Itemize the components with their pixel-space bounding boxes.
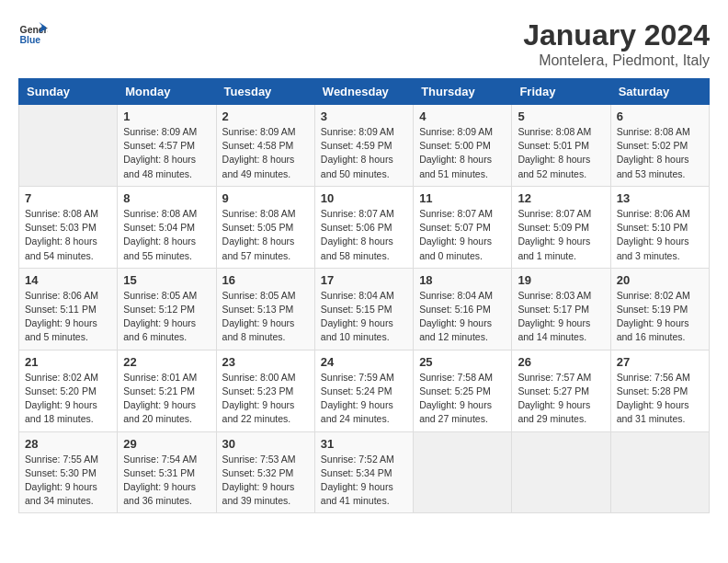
- title-section: January 2024 Montelera, Piedmont, Italy: [523, 18, 710, 69]
- day-detail: Sunrise: 8:04 AMSunset: 5:16 PMDaylight:…: [419, 289, 506, 345]
- calendar-day: 11Sunrise: 8:07 AMSunset: 5:07 PMDayligh…: [414, 186, 512, 268]
- day-number: 28: [25, 437, 111, 451]
- calendar-day: 5Sunrise: 8:08 AMSunset: 5:01 PMDaylight…: [512, 105, 610, 187]
- header-day-sunday: Sunday: [19, 79, 118, 105]
- logo: General Blue: [18, 18, 48, 48]
- header-day-wednesday: Wednesday: [314, 79, 413, 105]
- day-number: 25: [419, 355, 506, 369]
- calendar-day: 25Sunrise: 7:58 AMSunset: 5:25 PMDayligh…: [414, 350, 512, 431]
- day-number: 23: [222, 355, 309, 369]
- day-number: 2: [222, 109, 309, 123]
- header-day-tuesday: Tuesday: [216, 79, 314, 105]
- calendar-day: 29Sunrise: 7:54 AMSunset: 5:31 PMDayligh…: [118, 431, 216, 513]
- calendar-day: 31Sunrise: 7:52 AMSunset: 5:34 PMDayligh…: [314, 431, 413, 513]
- day-number: 5: [518, 109, 604, 123]
- day-detail: Sunrise: 8:08 AMSunset: 5:02 PMDaylight:…: [617, 125, 703, 181]
- calendar-day: 8Sunrise: 8:08 AMSunset: 5:04 PMDaylight…: [118, 186, 216, 268]
- calendar-day: 6Sunrise: 8:08 AMSunset: 5:02 PMDaylight…: [610, 105, 709, 187]
- day-detail: Sunrise: 8:05 AMSunset: 5:13 PMDaylight:…: [222, 289, 309, 345]
- calendar-day: 7Sunrise: 8:08 AMSunset: 5:03 PMDaylight…: [19, 186, 118, 268]
- calendar-day: 4Sunrise: 8:09 AMSunset: 5:00 PMDaylight…: [414, 105, 512, 187]
- day-number: 17: [321, 273, 407, 287]
- day-number: 1: [123, 109, 210, 123]
- calendar-day: 9Sunrise: 8:08 AMSunset: 5:05 PMDaylight…: [216, 186, 314, 268]
- day-number: 29: [123, 437, 210, 451]
- calendar-day: 2Sunrise: 8:09 AMSunset: 4:58 PMDaylight…: [216, 105, 314, 187]
- calendar-day: 27Sunrise: 7:56 AMSunset: 5:28 PMDayligh…: [610, 350, 709, 431]
- calendar-day: 15Sunrise: 8:05 AMSunset: 5:12 PMDayligh…: [118, 268, 216, 350]
- calendar-day: 13Sunrise: 8:06 AMSunset: 5:10 PMDayligh…: [610, 186, 709, 268]
- day-number: 9: [222, 191, 309, 205]
- page-header: General Blue January 2024 Montelera, Pie…: [18, 18, 710, 69]
- calendar-day: 17Sunrise: 8:04 AMSunset: 5:15 PMDayligh…: [314, 268, 413, 350]
- day-number: 16: [222, 273, 309, 287]
- day-detail: Sunrise: 7:56 AMSunset: 5:28 PMDaylight:…: [617, 371, 703, 427]
- calendar-day: 22Sunrise: 8:01 AMSunset: 5:21 PMDayligh…: [118, 350, 216, 431]
- day-detail: Sunrise: 8:07 AMSunset: 5:07 PMDaylight:…: [419, 207, 506, 263]
- day-detail: Sunrise: 7:53 AMSunset: 5:32 PMDaylight:…: [222, 453, 309, 509]
- calendar-day: 1Sunrise: 8:09 AMSunset: 4:57 PMDaylight…: [118, 105, 216, 187]
- calendar-week-3: 14Sunrise: 8:06 AMSunset: 5:11 PMDayligh…: [19, 268, 710, 350]
- day-number: 30: [222, 437, 309, 451]
- day-detail: Sunrise: 7:59 AMSunset: 5:24 PMDaylight:…: [321, 371, 407, 427]
- logo-icon: General Blue: [18, 18, 48, 48]
- day-number: 21: [25, 355, 111, 369]
- day-number: 11: [419, 191, 506, 205]
- calendar-day: [19, 105, 118, 187]
- day-number: 8: [123, 191, 210, 205]
- day-number: 15: [123, 273, 210, 287]
- day-number: 31: [321, 437, 407, 451]
- day-number: 26: [518, 355, 604, 369]
- calendar-title: January 2024: [523, 18, 710, 52]
- day-detail: Sunrise: 7:55 AMSunset: 5:30 PMDaylight:…: [25, 453, 111, 509]
- day-number: 12: [518, 191, 604, 205]
- day-detail: Sunrise: 8:08 AMSunset: 5:03 PMDaylight:…: [25, 207, 111, 263]
- day-detail: Sunrise: 7:52 AMSunset: 5:34 PMDaylight:…: [321, 453, 407, 509]
- day-number: 13: [617, 191, 703, 205]
- day-detail: Sunrise: 8:01 AMSunset: 5:21 PMDaylight:…: [123, 371, 210, 427]
- calendar-week-1: 1Sunrise: 8:09 AMSunset: 4:57 PMDaylight…: [19, 105, 710, 187]
- day-detail: Sunrise: 8:09 AMSunset: 4:59 PMDaylight:…: [321, 125, 407, 181]
- day-number: 18: [419, 273, 506, 287]
- day-number: 22: [123, 355, 210, 369]
- day-detail: Sunrise: 7:54 AMSunset: 5:31 PMDaylight:…: [123, 453, 210, 509]
- day-number: 20: [617, 273, 703, 287]
- calendar-day: 19Sunrise: 8:03 AMSunset: 5:17 PMDayligh…: [512, 268, 610, 350]
- day-detail: Sunrise: 8:03 AMSunset: 5:17 PMDaylight:…: [518, 289, 604, 345]
- day-detail: Sunrise: 8:07 AMSunset: 5:09 PMDaylight:…: [518, 207, 604, 263]
- day-number: 14: [25, 273, 111, 287]
- header-day-saturday: Saturday: [610, 79, 709, 105]
- day-detail: Sunrise: 8:09 AMSunset: 4:57 PMDaylight:…: [123, 125, 210, 181]
- calendar-day: 12Sunrise: 8:07 AMSunset: 5:09 PMDayligh…: [512, 186, 610, 268]
- day-number: 19: [518, 273, 604, 287]
- calendar-subtitle: Montelera, Piedmont, Italy: [523, 52, 710, 69]
- calendar-day: 26Sunrise: 7:57 AMSunset: 5:27 PMDayligh…: [512, 350, 610, 431]
- day-detail: Sunrise: 8:08 AMSunset: 5:05 PMDaylight:…: [222, 207, 309, 263]
- calendar-day: [512, 431, 610, 513]
- calendar-day: 18Sunrise: 8:04 AMSunset: 5:16 PMDayligh…: [414, 268, 512, 350]
- day-detail: Sunrise: 8:06 AMSunset: 5:10 PMDaylight:…: [617, 207, 703, 263]
- calendar-week-4: 21Sunrise: 8:02 AMSunset: 5:20 PMDayligh…: [19, 350, 710, 431]
- day-number: 4: [419, 109, 506, 123]
- day-number: 10: [321, 191, 407, 205]
- day-detail: Sunrise: 8:09 AMSunset: 4:58 PMDaylight:…: [222, 125, 309, 181]
- day-number: 3: [321, 109, 407, 123]
- day-number: 27: [617, 355, 703, 369]
- day-detail: Sunrise: 8:05 AMSunset: 5:12 PMDaylight:…: [123, 289, 210, 345]
- day-number: 6: [617, 109, 703, 123]
- day-detail: Sunrise: 8:04 AMSunset: 5:15 PMDaylight:…: [321, 289, 407, 345]
- day-detail: Sunrise: 8:07 AMSunset: 5:06 PMDaylight:…: [321, 207, 407, 263]
- header-day-thursday: Thursday: [414, 79, 512, 105]
- calendar-day: 21Sunrise: 8:02 AMSunset: 5:20 PMDayligh…: [19, 350, 118, 431]
- header-day-friday: Friday: [512, 79, 610, 105]
- calendar-day: 24Sunrise: 7:59 AMSunset: 5:24 PMDayligh…: [314, 350, 413, 431]
- calendar-day: 3Sunrise: 8:09 AMSunset: 4:59 PMDaylight…: [314, 105, 413, 187]
- day-detail: Sunrise: 8:08 AMSunset: 5:01 PMDaylight:…: [518, 125, 604, 181]
- day-detail: Sunrise: 8:08 AMSunset: 5:04 PMDaylight:…: [123, 207, 210, 263]
- day-number: 24: [321, 355, 407, 369]
- day-detail: Sunrise: 8:09 AMSunset: 5:00 PMDaylight:…: [419, 125, 506, 181]
- calendar-day: 23Sunrise: 8:00 AMSunset: 5:23 PMDayligh…: [216, 350, 314, 431]
- calendar-day: 14Sunrise: 8:06 AMSunset: 5:11 PMDayligh…: [19, 268, 118, 350]
- calendar-day: 16Sunrise: 8:05 AMSunset: 5:13 PMDayligh…: [216, 268, 314, 350]
- calendar-day: [414, 431, 512, 513]
